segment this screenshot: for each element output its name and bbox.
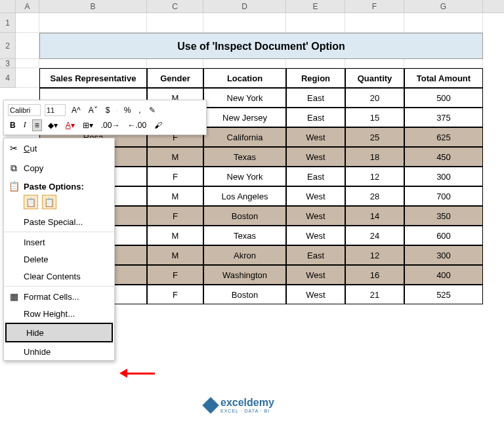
cell-amount[interactable]: 350 bbox=[404, 206, 483, 226]
row-4[interactable]: 4 bbox=[0, 68, 16, 88]
currency-icon[interactable]: $ bbox=[104, 105, 112, 115]
menu-row-height[interactable]: Row Height... bbox=[4, 305, 114, 322]
cell-quantity[interactable]: 15 bbox=[345, 108, 404, 127]
cell-quantity[interactable]: 25 bbox=[345, 127, 404, 147]
cell-location[interactable]: Los Angeles bbox=[203, 186, 286, 206]
header-amount[interactable]: Total Amount bbox=[404, 68, 483, 88]
cell-gender[interactable]: M bbox=[147, 245, 203, 265]
cell-quantity[interactable]: 24 bbox=[345, 226, 404, 245]
cell-gender[interactable]: F bbox=[147, 265, 203, 285]
cell-amount[interactable]: 500 bbox=[404, 88, 483, 108]
col-A[interactable]: A bbox=[16, 0, 39, 12]
header-location[interactable]: Location bbox=[203, 68, 286, 88]
cell-gender[interactable]: F bbox=[147, 167, 203, 186]
row-1[interactable]: 1 bbox=[0, 13, 16, 33]
font-select[interactable] bbox=[8, 104, 41, 116]
cell-region[interactable]: East bbox=[286, 245, 345, 265]
cell-amount[interactable]: 400 bbox=[404, 265, 483, 285]
cell-quantity[interactable]: 28 bbox=[345, 186, 404, 206]
increase-decimal-icon[interactable]: .00→ bbox=[99, 120, 122, 131]
cell-location[interactable]: Boston bbox=[203, 285, 286, 304]
fill-color-icon[interactable]: ◆▾ bbox=[46, 120, 60, 131]
cell-location[interactable]: New Jersey bbox=[203, 108, 286, 127]
menu-insert[interactable]: Insert bbox=[4, 234, 114, 251]
cell-region[interactable]: East bbox=[286, 108, 345, 127]
row-3[interactable]: 3 bbox=[0, 59, 16, 68]
cell-location[interactable]: Boston bbox=[203, 206, 286, 226]
brush-icon[interactable]: 🖌 bbox=[152, 120, 164, 131]
bold-button[interactable]: B bbox=[8, 120, 18, 131]
cell-region[interactable]: West bbox=[286, 226, 345, 245]
cell-region[interactable]: West bbox=[286, 147, 345, 167]
logo-cube-icon bbox=[202, 397, 219, 413]
cell-region[interactable]: West bbox=[286, 127, 345, 147]
menu-cut[interactable]: ✂CuCutt bbox=[4, 138, 114, 158]
cell-gender[interactable]: F bbox=[147, 285, 203, 304]
cell-gender[interactable]: F bbox=[147, 206, 203, 226]
border-icon[interactable]: ⊞▾ bbox=[81, 120, 95, 131]
increase-font-icon[interactable]: A^ bbox=[70, 105, 83, 115]
cell-location[interactable]: Akron bbox=[203, 245, 286, 265]
cell-quantity[interactable]: 18 bbox=[345, 147, 404, 167]
cell-amount[interactable]: 600 bbox=[404, 226, 483, 245]
cell-amount[interactable]: 300 bbox=[404, 167, 483, 186]
size-select[interactable] bbox=[45, 104, 66, 116]
menu-paste-special[interactable]: Paste Special... bbox=[4, 213, 114, 230]
cell-gender[interactable]: M bbox=[147, 186, 203, 206]
header-region[interactable]: Region bbox=[286, 68, 345, 88]
cell-gender[interactable]: M bbox=[147, 147, 203, 167]
header-gender[interactable]: Gender bbox=[147, 68, 203, 88]
cell-region[interactable]: East bbox=[286, 88, 345, 108]
menu-format-cells[interactable]: ▦Format Cells... bbox=[4, 288, 114, 305]
comma-icon[interactable]: , bbox=[136, 105, 142, 115]
cell-region[interactable]: West bbox=[286, 186, 345, 206]
decrease-font-icon[interactable]: A˅ bbox=[87, 105, 100, 115]
col-C[interactable]: C bbox=[147, 0, 203, 12]
decrease-decimal-icon[interactable]: ←.00 bbox=[125, 120, 148, 131]
cell-amount[interactable]: 525 bbox=[404, 285, 483, 304]
cell-gender[interactable]: M bbox=[147, 226, 203, 245]
cell-amount[interactable]: 300 bbox=[404, 245, 483, 265]
format-painter-icon[interactable]: ✎ bbox=[147, 105, 158, 115]
font-color-icon[interactable]: A▾ bbox=[64, 120, 77, 131]
header-rep[interactable]: Sales Representative bbox=[39, 68, 147, 88]
align-button[interactable]: ≡ bbox=[32, 119, 42, 131]
cell-quantity[interactable]: 16 bbox=[345, 265, 404, 285]
col-D[interactable]: D bbox=[203, 0, 286, 12]
cell-quantity[interactable]: 20 bbox=[345, 88, 404, 108]
cell-quantity[interactable]: 12 bbox=[345, 245, 404, 265]
header-quantity[interactable]: Quantity bbox=[345, 68, 404, 88]
col-G[interactable]: G bbox=[404, 0, 483, 12]
cell-amount[interactable]: 625 bbox=[404, 127, 483, 147]
italic-button[interactable]: I bbox=[22, 119, 28, 131]
menu-delete[interactable]: Delete bbox=[4, 251, 114, 268]
cell-amount[interactable]: 375 bbox=[404, 108, 483, 127]
cell-location[interactable]: Texas bbox=[203, 147, 286, 167]
cell-region[interactable]: West bbox=[286, 206, 345, 226]
col-F[interactable]: F bbox=[345, 0, 404, 12]
menu-copy[interactable]: ⧉Copy bbox=[4, 158, 114, 178]
cell-region[interactable]: West bbox=[286, 265, 345, 285]
percent-icon[interactable]: % bbox=[122, 105, 133, 115]
cell-quantity[interactable]: 14 bbox=[345, 206, 404, 226]
cell-region[interactable]: West bbox=[286, 285, 345, 304]
row-2[interactable]: 2 bbox=[0, 33, 16, 59]
col-E[interactable]: E bbox=[286, 0, 345, 12]
mini-toolbar: A^ A˅ $ · % , ✎ B I ≡ ◆▾ A▾ ⊞▾ .00→ ←.00… bbox=[3, 100, 207, 135]
cell-location[interactable]: Washington bbox=[203, 265, 286, 285]
menu-clear-contents[interactable]: Clear Contents bbox=[4, 268, 114, 285]
cell-location[interactable]: New York bbox=[203, 88, 286, 108]
cell-region[interactable]: East bbox=[286, 167, 345, 186]
cell-quantity[interactable]: 12 bbox=[345, 167, 404, 186]
menu-unhide[interactable]: Unhide bbox=[4, 343, 114, 360]
paste-icon-2[interactable]: 📋 bbox=[42, 195, 56, 209]
cell-quantity[interactable]: 21 bbox=[345, 285, 404, 304]
cell-amount[interactable]: 700 bbox=[404, 186, 483, 206]
cell-amount[interactable]: 450 bbox=[404, 147, 483, 167]
cell-location[interactable]: California bbox=[203, 127, 286, 147]
col-B[interactable]: B bbox=[39, 0, 147, 12]
paste-icon-1[interactable]: 📋 bbox=[24, 195, 38, 209]
cell-location[interactable]: New York bbox=[203, 167, 286, 186]
cell-location[interactable]: Texas bbox=[203, 226, 286, 245]
menu-hide[interactable]: Hide bbox=[5, 323, 113, 342]
